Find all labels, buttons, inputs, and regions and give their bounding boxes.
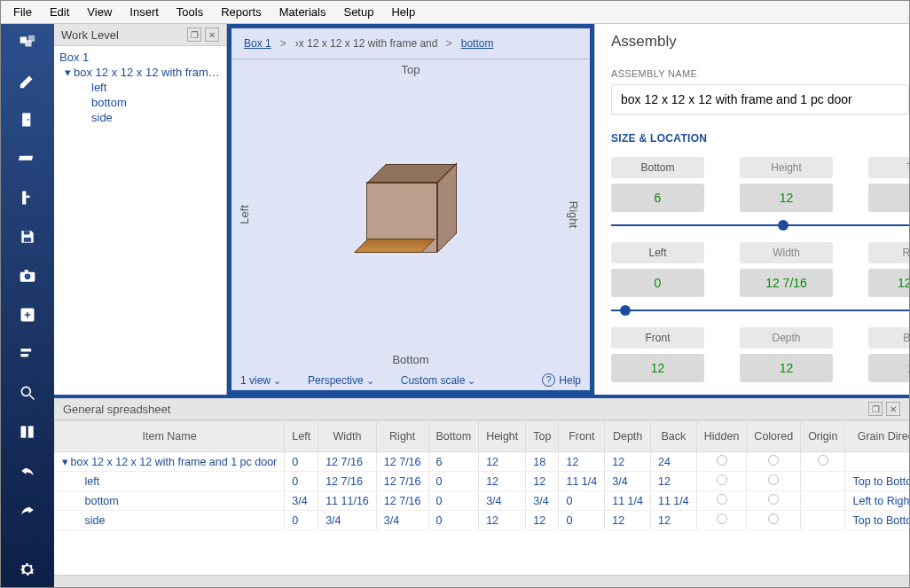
tree-child-bottom[interactable]: bottom: [58, 95, 223, 110]
viewport: Box 1 > ›x 12 x 12 x 12 with frame and 1…: [227, 24, 594, 395]
dim-value-front[interactable]: 12: [611, 354, 704, 382]
menu-edit[interactable]: Edit: [41, 3, 78, 21]
align-icon[interactable]: [15, 341, 40, 366]
undock-icon[interactable]: ❐: [868, 402, 883, 416]
doors-icon[interactable]: [15, 419, 40, 444]
worklevel-tree: Box 1 ▾box 12 x 12 x 12 with frame a... …: [54, 46, 226, 129]
crumb-sep: >: [280, 37, 286, 50]
gear-icon[interactable]: [15, 557, 40, 582]
tree-child-side[interactable]: side: [58, 110, 223, 125]
dim-value-depth[interactable]: 12: [740, 354, 833, 382]
tree-assembly-label: box 12 x 12 x 12 with frame a...: [74, 66, 223, 79]
worklevel-title: Work Level: [61, 28, 184, 42]
column-header[interactable]: Width: [318, 421, 377, 452]
size-location-heading: SIZE & LOCATION: [611, 132, 909, 145]
spreadsheet-panel: General spreadsheet ❐ ✕ Item NameLeftWid…: [54, 398, 909, 587]
table-row[interactable]: left012 7/1612 7/160121211 1/43/412Top t…: [55, 472, 910, 491]
column-header[interactable]: Depth: [605, 421, 651, 452]
column-header[interactable]: Top: [526, 421, 559, 452]
dim-value-bottom[interactable]: 6: [611, 184, 704, 212]
pencil-icon[interactable]: [15, 68, 40, 93]
column-header[interactable]: Front: [559, 421, 605, 452]
table-row[interactable]: side03/43/40121201212Top to Bottom: [55, 511, 910, 530]
viewport-label-left: Left: [238, 205, 251, 224]
svg-point-15: [21, 387, 30, 396]
assembly-name-label: ASSEMBLY NAME: [611, 68, 909, 79]
column-header[interactable]: Grain Direct: [845, 421, 909, 452]
dim-value-back[interactable]: 24: [868, 354, 909, 382]
menu-tools[interactable]: Tools: [168, 3, 212, 21]
zoom-icon[interactable]: [15, 380, 40, 405]
menu-file[interactable]: File: [4, 3, 41, 21]
save-icon[interactable]: [15, 224, 40, 249]
camera-icon[interactable]: [15, 263, 40, 288]
crumb-bottom[interactable]: bottom: [461, 37, 494, 50]
dim-label-right: Right: [868, 242, 909, 263]
dim-slider[interactable]: [611, 310, 909, 311]
close-icon[interactable]: ✕: [205, 27, 219, 42]
view-count-dropdown[interactable]: 1 view: [240, 374, 281, 387]
horizontal-scrollbar[interactable]: [54, 575, 909, 587]
tree-root[interactable]: Box 1: [58, 50, 223, 65]
column-header[interactable]: Height: [479, 421, 526, 452]
crumb-box1[interactable]: Box 1: [244, 37, 271, 50]
column-header[interactable]: Left: [285, 421, 318, 452]
column-header[interactable]: Right: [376, 421, 428, 452]
help-icon: ?: [542, 373, 555, 387]
dim-value-width[interactable]: 12 7/16: [740, 269, 833, 297]
assembly-name-input[interactable]: [611, 84, 909, 114]
projection-dropdown[interactable]: Perspective: [308, 374, 374, 387]
menu-materials[interactable]: Materials: [271, 3, 335, 21]
svg-rect-5: [22, 192, 26, 205]
menubar: File Edit View Insert Tools Reports Mate…: [1, 1, 909, 24]
dim-value-top[interactable]: 18: [868, 184, 909, 212]
help-button[interactable]: ?Help: [542, 373, 581, 387]
column-header[interactable]: Colored: [747, 421, 801, 452]
svg-point-4: [27, 119, 29, 121]
dim-value-height[interactable]: 12: [740, 184, 833, 212]
column-header[interactable]: Hidden: [696, 421, 747, 452]
column-header[interactable]: Back: [650, 421, 696, 452]
table-row[interactable]: bottom3/411 11/1612 7/1603/43/4011 1/411…: [55, 491, 910, 511]
viewport-label-top: Top: [402, 63, 420, 76]
menu-help[interactable]: Help: [382, 3, 424, 21]
dim-value-left[interactable]: 0: [611, 269, 704, 297]
svg-rect-13: [21, 349, 32, 351]
crumb-assembly[interactable]: ›x 12 x 12 x 12 with frame and 1 pc doo: [295, 37, 437, 50]
dim-label-height: Height: [740, 157, 833, 178]
menu-reports[interactable]: Reports: [212, 3, 271, 21]
viewport-label-bottom: Bottom: [392, 353, 428, 366]
cabinets-icon[interactable]: [15, 29, 40, 54]
tree-child-left[interactable]: left: [58, 80, 223, 95]
slab-icon[interactable]: [15, 146, 40, 171]
redo-icon[interactable]: [15, 498, 40, 522]
menu-setup[interactable]: Setup: [334, 3, 382, 21]
column-header[interactable]: Origin: [801, 421, 845, 452]
undo-icon[interactable]: [15, 459, 40, 483]
crumb-sep: >: [446, 37, 452, 50]
column-header[interactable]: Bottom: [428, 421, 479, 452]
tree-assembly[interactable]: ▾box 12 x 12 x 12 with frame a...: [58, 65, 223, 80]
door-icon[interactable]: [15, 107, 40, 132]
scale-dropdown[interactable]: Custom scale: [401, 374, 476, 387]
column-header[interactable]: Item Name: [55, 421, 285, 452]
handle-icon[interactable]: [15, 185, 40, 210]
svg-rect-7: [24, 231, 30, 234]
dim-label-top: Top: [868, 157, 909, 178]
dim-slider[interactable]: [611, 224, 909, 226]
undock-icon[interactable]: ❐: [187, 27, 201, 42]
dim-label-front: Front: [611, 327, 704, 349]
close-icon[interactable]: ✕: [886, 402, 900, 416]
plus-box-icon[interactable]: [15, 302, 40, 327]
cabinet-3d-preview[interactable]: [366, 164, 455, 253]
dim-value-right[interactable]: 12 7/1: [868, 269, 909, 297]
dim-label-left: Left: [611, 242, 704, 263]
viewport-canvas[interactable]: Top Bottom Left Right: [231, 59, 590, 370]
svg-point-10: [25, 274, 31, 280]
table-row[interactable]: ▾box 12 x 12 x 12 with frame and 1 pc do…: [55, 452, 910, 472]
menu-view[interactable]: View: [78, 3, 121, 21]
svg-line-16: [30, 396, 35, 400]
viewport-footer: 1 view Perspective Custom scale ?Help: [231, 370, 590, 390]
menu-insert[interactable]: Insert: [121, 3, 168, 21]
breadcrumb: Box 1 > ›x 12 x 12 x 12 with frame and 1…: [231, 28, 590, 59]
